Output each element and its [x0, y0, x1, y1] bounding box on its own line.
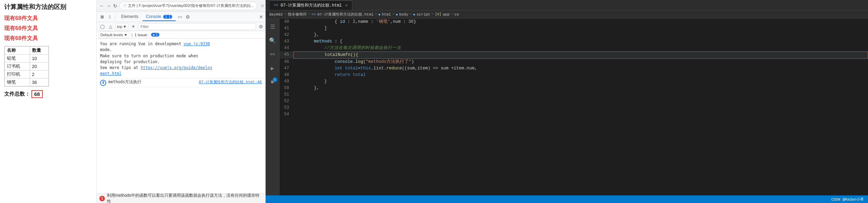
table-cell: 订书机 — [5, 62, 30, 70]
breadcrumb-app[interactable]: app — [443, 12, 450, 17]
more-tabs-button[interactable]: >> — [176, 14, 184, 20]
vue-link[interactable]: vue.js:9330 — [184, 41, 210, 46]
separator — [115, 14, 116, 20]
table-cell: 10 — [30, 55, 48, 62]
code-line: 44 //方法在每次调用的时候都会执行一次 — [279, 45, 868, 51]
console-toolbar: ◯ △ top ▼ ☀ ⚙ — [97, 22, 265, 31]
code-token: } — [293, 79, 327, 84]
line-number: 45 — [279, 51, 293, 58]
code-line: 40 { id : 2,name : '钢笔',num : 36} — [279, 19, 868, 25]
extensions-icon[interactable]: ■ 1 — [267, 77, 278, 88]
breadcrumb-body[interactable]: body — [399, 12, 408, 17]
eye-icon[interactable]: ☀ — [130, 23, 137, 30]
breadcrumb-directive[interactable]: 指令修饰符 — [288, 12, 307, 17]
breadcrumb-html[interactable]: html — [382, 12, 391, 17]
code-line: 54 — [279, 111, 868, 118]
code-area[interactable]: 40 { id : 2,name : '钢笔',num : 36}41 ]42 … — [279, 19, 868, 195]
log-source[interactable]: 07-计算属性和方法的比较.html:46 — [199, 79, 262, 85]
line-content: { id : 2,name : '钢笔',num : 36} — [293, 19, 868, 25]
breadcrumb-sep-5: > — [410, 12, 412, 16]
console-message-1: You are running Vue in development vue.j… — [99, 40, 263, 78]
line-number: 50 — [279, 85, 293, 91]
tab-elements[interactable]: Elements — [118, 13, 142, 21]
code-token: let total — [293, 66, 358, 71]
debug-icon[interactable]: ▶ — [267, 63, 278, 74]
code-line: 42 }, — [279, 32, 868, 38]
line-number: 53 — [279, 105, 293, 111]
console-output: You are running Vue in development vue.j… — [97, 39, 265, 193]
code-token: ((sum,item) => sum +item.num, — [402, 66, 477, 71]
vscode-tab-active[interactable]: <> 07-计算属性和方法的比较.html ✕ — [270, 0, 352, 10]
back-button[interactable]: ← — [99, 2, 104, 9]
line-number: 44 — [279, 45, 293, 51]
code-token: ( — [363, 59, 366, 64]
address-bar[interactable]: 📄 文件 | F:/project/vue学习/vue/day002/指令修饰符… — [119, 2, 257, 10]
table-cell: 20 — [30, 62, 48, 70]
line-content: methods : { — [293, 38, 868, 45]
log-badge: 4 — [100, 80, 106, 86]
code-token: console — [293, 59, 353, 64]
table-cell: 36 — [30, 78, 48, 86]
code-token: { — [293, 19, 337, 24]
code-line: 51 — [279, 91, 868, 98]
browser-bar: ← → ↻ 📄 文件 | F:/project/vue学习/vue/day002… — [97, 0, 265, 12]
refresh-button[interactable]: ↻ — [113, 2, 117, 9]
filter-input[interactable] — [138, 23, 256, 30]
code-token: methods — [293, 39, 332, 44]
close-devtools-button[interactable]: ✕ — [259, 14, 263, 20]
code-token: reduce — [386, 66, 402, 71]
vscode-editor: ☰ 🔍 ⚯ ▶ ■ 1 40 { id : 2,name : '钢笔',num … — [266, 19, 868, 195]
levels-row: Default levels ▼ | 1 Issue: ● 1 — [97, 31, 265, 39]
settings-icon[interactable]: ⚙ — [186, 14, 190, 20]
vuejs-link[interactable]: https://vuejs.org/guide/deployment.html — [100, 65, 212, 76]
breadcrumb-sep-1: > — [284, 12, 286, 16]
bookmark-icon[interactable]: ☆ — [259, 2, 266, 9]
mobile-icon[interactable]: ▯ — [106, 13, 113, 20]
breadcrumb-sep-6: > — [432, 12, 434, 16]
html-file-icon: <> — [274, 3, 278, 7]
git-icon[interactable]: ⚯ — [267, 49, 278, 60]
filter-icon[interactable]: △ — [107, 23, 114, 30]
top-selector[interactable]: top ▼ — [115, 23, 128, 30]
tab-console[interactable]: Console 1 1 — [142, 13, 176, 21]
code-token: : { — [332, 39, 343, 44]
breadcrumb-script[interactable]: script — [417, 12, 431, 17]
explorer-icon[interactable]: ☰ — [267, 21, 278, 32]
devtools-tabs: ▦ ▯ Elements Console 1 1 >> ⚙ ✕ — [97, 12, 265, 22]
breadcrumb-file-icon: <> — [312, 12, 316, 17]
breadcrumb-body-icon: ◆ — [396, 12, 398, 17]
item-count-2: 现有68件文具 — [4, 25, 92, 32]
code-token: : — [345, 19, 353, 24]
line-content: }, — [293, 85, 868, 91]
table-header: 数量 — [30, 47, 48, 55]
breadcrumb-co[interactable]: co — [454, 12, 459, 17]
default-levels-selector[interactable]: Default levels ▼ — [99, 31, 129, 38]
issue-label: 1 Issue: — [135, 33, 148, 37]
forward-button[interactable]: → — [106, 2, 111, 9]
tooltip-text: 利用methods中的函数可以看出只要调用该函数就会执行该方法，没有任何的缓存特… — [107, 193, 263, 203]
table-row: 打印机2 — [5, 70, 49, 78]
breadcrumb-sep-4: > — [392, 12, 394, 16]
breadcrumb-filename[interactable]: 07-计算属性和方法的比较.html — [317, 12, 374, 17]
total-value: 68 — [31, 90, 43, 98]
top-label: top — [117, 25, 122, 29]
code-token: } — [414, 19, 416, 24]
line-number: 41 — [279, 25, 293, 32]
activity-bar: ☰ 🔍 ⚯ ▶ ■ 1 — [266, 19, 279, 195]
code-line: 53 — [279, 105, 868, 111]
console-settings-icon[interactable]: ⚙ — [259, 24, 263, 29]
code-token: '钢笔' — [376, 19, 390, 24]
top-dropdown-icon: ▼ — [123, 25, 127, 29]
total-label: 文件总数： — [4, 91, 30, 97]
breadcrumb-day002[interactable]: day002 — [269, 12, 283, 17]
search-icon[interactable]: 🔍 — [267, 35, 278, 46]
inspect-icon[interactable]: ▦ — [99, 13, 106, 20]
tab-close-button[interactable]: ✕ — [345, 3, 348, 8]
code-token: }, — [293, 32, 319, 37]
code-token: : — [401, 19, 408, 24]
code-token: id — [337, 19, 345, 24]
code-token: : — [368, 19, 376, 24]
table-cell: 打印机 — [5, 70, 30, 78]
table-row: 钢笔36 — [5, 78, 49, 86]
clear-console-button[interactable]: ◯ — [99, 23, 106, 30]
